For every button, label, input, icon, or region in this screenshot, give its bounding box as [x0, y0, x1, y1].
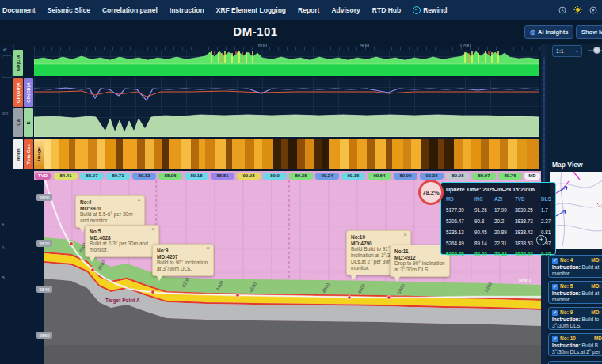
confidence-badge: 78.2%: [418, 180, 444, 205]
show-mode-button[interactable]: Show Mode: [576, 25, 602, 39]
survey-row: 5177.8991.2617.993839.251.7: [446, 206, 551, 214]
gr-curve: [34, 50, 539, 76]
track-label-ca[interactable]: Ca: [13, 108, 23, 137]
element-track-plot: [34, 108, 539, 137]
track-label-mdm[interactable]: m/dm: [13, 139, 23, 169]
settings-icon[interactable]: [589, 6, 597, 14]
menu-seismic-slice[interactable]: Seismic Slice: [48, 6, 90, 14]
map-view[interactable]: [550, 172, 602, 249]
md-pill: 89.76: [498, 173, 522, 180]
md-pill: 90.08: [237, 173, 261, 180]
menu-xrf-element-logging[interactable]: XRF Element Logging: [216, 6, 286, 14]
map-view-title: Map View: [552, 161, 583, 169]
md-axis-pill: MD: [524, 173, 540, 180]
menu-correlation-panel[interactable]: Correlation panel: [102, 6, 158, 14]
ai-insights-icon: ◎: [530, 28, 535, 36]
top-menubar: Document Seismic Slice Correlation panel…: [0, 0, 602, 20]
instruction-card-5[interactable]: ✓No: 5MD: 402 Instruction: Build at moni…: [548, 281, 602, 304]
track-label-totalgas[interactable]: TotalGas: [24, 139, 33, 169]
rail-label-fragment: om: [2, 111, 8, 116]
instruction-callout-9[interactable]: No:9MD:4207 × Build to 90° inclination a…: [152, 244, 214, 276]
rail-handle[interactable]: [2, 55, 13, 78]
tvd-axis-pill: TVD: [35, 173, 51, 180]
survey-table-header: MDINCAZITVDDLS: [446, 195, 551, 203]
track-label-k[interactable]: K: [24, 108, 33, 137]
md-pill: 89.97: [472, 173, 496, 180]
rail-label-fragment: e: [2, 222, 4, 226]
clock-icon[interactable]: [558, 6, 566, 14]
md-pill: 89.18: [185, 173, 208, 180]
track-label-gr-gux[interactable]: GR(GU)X: [13, 78, 23, 107]
md-pill: 90.15: [341, 173, 365, 180]
map-canvas: [550, 172, 602, 249]
instruction-card-partial[interactable]: [548, 361, 602, 364]
theme-sun-icon[interactable]: [573, 6, 582, 14]
menu-rtd-hub[interactable]: RTD Hub: [372, 6, 401, 14]
md-pill: 88.07: [80, 173, 104, 180]
instruction-card-10[interactable]: ✓No: 10MD: 47 Instruction: Build B 3°/30…: [548, 333, 602, 356]
checkbox-checked[interactable]: ✓: [552, 284, 558, 290]
track-label-image: image: [34, 139, 44, 169]
mwd-label: MWD: [519, 278, 532, 282]
correlation-track-plot: [34, 78, 539, 107]
menu-instruction[interactable]: Instruction: [170, 6, 204, 14]
close-icon[interactable]: ×: [403, 232, 407, 238]
scale-select[interactable]: 1:1 ▾: [552, 45, 582, 57]
ruler-tick-label: 600: [258, 43, 267, 48]
close-icon[interactable]: ×: [151, 226, 155, 233]
menu-report[interactable]: Report: [298, 6, 319, 14]
collapse-panel-button[interactable]: «: [3, 46, 7, 54]
scale-slider-handle[interactable]: [593, 47, 600, 54]
target-point-label: Target Point A: [105, 298, 140, 304]
chevron-down-icon: ▾: [576, 48, 578, 54]
ruler-tick-label: 1200: [459, 43, 471, 48]
left-collapse-rail: « om e A B: [0, 44, 14, 364]
menu-rewind[interactable]: Rewind: [413, 6, 447, 14]
md-pill: 89.13: [132, 173, 156, 180]
update-time: 2025-09-29 15:20:06: [482, 187, 535, 192]
close-icon[interactable]: ×: [206, 245, 210, 252]
menu-advisory[interactable]: Advisory: [331, 6, 360, 14]
checkbox-checked[interactable]: ✓: [552, 258, 558, 264]
instruction-card-9[interactable]: ✓No: 9MD: 420 Instruction: Build to 3°/3…: [548, 307, 602, 330]
md-pill: 88.96: [158, 173, 182, 180]
ruler-tick-label: 900: [360, 43, 369, 48]
rail-label-fragment: A: [2, 245, 5, 250]
md-pill: 89.9: [263, 173, 287, 180]
instruction-callout-4[interactable]: No:4MD:3970 × Build at 5.5-6° per 30m an…: [75, 195, 145, 228]
md-pill: 89.98: [446, 173, 470, 180]
image-track-plot: image: [34, 139, 539, 169]
tvd-depth-tag: 3840: [36, 286, 52, 293]
track-label-gr[interactable]: GR(C)X: [13, 50, 23, 76]
survey-row: 5206.4790.820.23838.732.37: [446, 217, 551, 226]
survey-row: 5264.4989.1422.313838.531.97: [446, 239, 551, 248]
tvd-depth-tag: 3800: [36, 194, 52, 201]
app-window: Document Seismic Slice Correlation panel…: [0, 0, 602, 364]
instruction-callout-5[interactable]: No:5MD:4028 × Build at 2-3° per 30m and …: [85, 225, 159, 257]
instruction-card-4[interactable]: ✓No: 4MD: 397 Instruction: Build at moni…: [548, 255, 602, 278]
tvd-depth-tag: 3820: [36, 240, 52, 247]
well-title: DM-101: [0, 25, 511, 38]
md-pill: 89.99: [394, 173, 417, 180]
md-pill: 88.81: [211, 173, 234, 180]
rail-label-fragment: B: [2, 275, 5, 280]
survey-row: 5235.1390.4520.893838.420.81: [446, 228, 551, 237]
md-pill: 89.35: [289, 173, 313, 180]
vertical-scrollbar[interactable]: [543, 57, 545, 201]
md-pill: 90.54: [368, 173, 391, 180]
correlation-curves: [34, 78, 539, 107]
image-log: [34, 139, 539, 169]
title-bar: DM-101 ◎ AI Insights Show Mode: [0, 20, 602, 44]
md-pill: 90.38: [420, 173, 444, 180]
menu-document[interactable]: Document: [2, 6, 36, 14]
gr-track-plot: [34, 50, 539, 76]
md-pill: 90.24: [315, 173, 339, 180]
checkbox-checked[interactable]: ✓: [552, 310, 558, 316]
md-pill: 84.41: [54, 173, 78, 180]
zoom-in-button[interactable]: +: [536, 235, 547, 245]
track-label-gr-cdx[interactable]: GR(CD)X: [24, 78, 33, 107]
close-icon[interactable]: ×: [137, 197, 141, 203]
rewind-icon: [413, 6, 421, 14]
ai-insights-button[interactable]: ◎ AI Insights: [524, 25, 573, 39]
checkbox-checked[interactable]: ✓: [552, 336, 558, 342]
